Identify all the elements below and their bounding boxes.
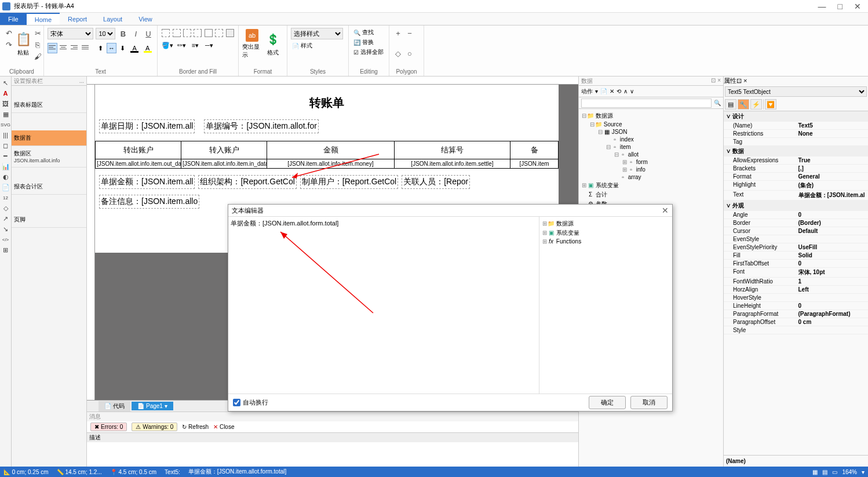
menu-report[interactable]: Report bbox=[60, 13, 95, 25]
dialog-ok-button[interactable]: 确定 bbox=[589, 396, 626, 409]
poly-add-button[interactable]: + bbox=[393, 28, 403, 38]
data-panel-pin-icon[interactable]: ⊡ × bbox=[711, 77, 721, 85]
table-data-row[interactable]: [JSON.item.allot.info.item.out_data.name… bbox=[95, 159, 559, 169]
picture-tool[interactable]: 🖼 bbox=[2, 100, 10, 108]
msg-close-button[interactable]: ✕ Close bbox=[213, 424, 234, 430]
tab-page1[interactable]: 📄 Page1 ▾ bbox=[132, 402, 173, 410]
barcode-tool[interactable]: ||| bbox=[2, 131, 10, 139]
highlight-button[interactable]: ab 突出显示 bbox=[242, 28, 262, 60]
data-tool-up[interactable]: ∧ bbox=[623, 88, 628, 94]
view-mode-1[interactable]: ▦ bbox=[812, 469, 818, 475]
bold-button[interactable]: B bbox=[118, 28, 128, 39]
brush-button[interactable]: 🖌 bbox=[32, 51, 43, 61]
search-icon[interactable]: 🔍 bbox=[714, 100, 721, 106]
highlight-color-button[interactable]: A bbox=[141, 43, 154, 53]
props-tab-4[interactable]: 🔽 bbox=[765, 99, 776, 110]
zoom-label[interactable]: 164% bbox=[842, 469, 857, 475]
data-tool-3[interactable]: ⟲ bbox=[617, 88, 621, 94]
dialog-editor[interactable]: 单据金额：[JSON.item.allot.form.total] bbox=[228, 217, 539, 394]
remark-field[interactable]: 备注信息：[JSON.item.allo bbox=[100, 195, 199, 208]
redo-button[interactable]: ↷ bbox=[3, 39, 14, 50]
line-style-button[interactable]: ─▾ bbox=[203, 40, 216, 50]
map-tool[interactable]: ⊞ bbox=[2, 246, 10, 254]
page-tool[interactable]: 📄 bbox=[2, 183, 10, 191]
more-tool-3[interactable]: ↘ bbox=[2, 225, 10, 233]
format-button[interactable]: 💲 格式 bbox=[263, 28, 283, 60]
band-report-footer[interactable]: 报表合计区 bbox=[12, 179, 86, 195]
props-panel-pin-icon[interactable]: ⊡ × bbox=[736, 77, 747, 84]
band-data[interactable]: 数据区JSON.item.allot.info bbox=[12, 146, 86, 168]
dialog-cancel-button[interactable]: 取消 bbox=[630, 396, 668, 409]
ruler-tool[interactable]: ━ bbox=[2, 152, 10, 160]
user-field[interactable]: 制单用户：[Report.GetCol bbox=[301, 176, 397, 188]
fill-color-button[interactable]: 🪣▾ bbox=[161, 40, 174, 50]
org-field[interactable]: 组织架构：[Report.GetCol bbox=[199, 176, 296, 188]
related-field[interactable]: 关联人员：[Repor bbox=[402, 176, 469, 188]
shape-tool[interactable]: ◻ bbox=[2, 141, 10, 150]
align-justify-button[interactable] bbox=[81, 43, 90, 53]
data-search-input[interactable] bbox=[581, 99, 712, 108]
font-name-select[interactable]: 宋体 bbox=[48, 28, 93, 39]
underline-button[interactable]: U bbox=[143, 28, 154, 39]
gauge-tool[interactable]: ◐ bbox=[2, 173, 10, 181]
zoom-dropdown-icon[interactable]: ▾ bbox=[862, 469, 865, 475]
style-button[interactable]: 📄 样式 bbox=[291, 41, 345, 50]
table-header[interactable]: 转出账户 转入账户 金额 结算号 备 bbox=[95, 141, 559, 159]
props-tab-3[interactable]: ⚡ bbox=[750, 99, 762, 110]
valign-bottom-button[interactable]: ⬇ bbox=[118, 43, 127, 53]
poly-edit-button[interactable]: ◇ bbox=[393, 48, 403, 59]
dialog-tree[interactable]: ⊞📁 数据源 ⊞▣ 系统变量 ⊞fx Functions bbox=[539, 217, 672, 394]
valign-middle-button[interactable]: ↔ bbox=[107, 43, 116, 53]
paste-button[interactable]: 📋 粘贴 bbox=[15, 28, 31, 60]
refresh-button[interactable]: ↻ Refresh bbox=[182, 424, 209, 430]
data-tool-2[interactable]: ✕ bbox=[610, 88, 614, 94]
border-bottom-button[interactable] bbox=[172, 28, 181, 38]
poly-close-button[interactable]: ○ bbox=[404, 48, 415, 59]
style-select[interactable]: 选择样式 bbox=[291, 28, 343, 39]
dialog-close-button[interactable]: ✕ bbox=[662, 206, 669, 215]
menu-view[interactable]: View bbox=[130, 13, 161, 25]
props-tab-events[interactable]: 🔧 bbox=[738, 99, 749, 110]
props-tab-categorized[interactable]: ▤ bbox=[725, 99, 736, 110]
autowrap-checkbox[interactable]: 自动换行 bbox=[233, 398, 268, 407]
align-right-button[interactable] bbox=[70, 43, 79, 53]
warnings-button[interactable]: ⚠ Warnings: 0 bbox=[132, 423, 177, 431]
border-right-button[interactable] bbox=[193, 28, 202, 38]
italic-button[interactable]: I bbox=[130, 28, 141, 39]
props-grid[interactable]: ∨ 设计 (Name)Text5 RestrictionsNone Tag ∨ … bbox=[724, 111, 868, 455]
view-mode-3[interactable]: ▭ bbox=[832, 469, 837, 475]
chart-tool[interactable]: 📊 bbox=[2, 162, 10, 170]
svg-tool[interactable]: SVG bbox=[2, 121, 10, 129]
find-button[interactable]: 🔍 查找 bbox=[352, 28, 385, 37]
selectall-button[interactable]: ☑ 选择全部 bbox=[352, 48, 385, 57]
poly-del-button[interactable]: − bbox=[404, 28, 415, 38]
border-more-button[interactable] bbox=[225, 28, 235, 38]
line-width-button[interactable]: ≡▾ bbox=[189, 40, 202, 50]
date-field[interactable]: 单据日期：[JSON.item.all bbox=[100, 120, 194, 133]
band-data-header[interactable]: 数据首 bbox=[12, 130, 86, 146]
view-mode-2[interactable]: ▤ bbox=[822, 469, 827, 475]
band-report-title[interactable]: 报表标题区 bbox=[12, 97, 86, 113]
data-tool-down[interactable]: ∨ bbox=[630, 88, 634, 94]
undo-button[interactable]: ↶ bbox=[3, 28, 14, 38]
more-tool-2[interactable]: ↗ bbox=[2, 214, 10, 223]
border-left-button[interactable] bbox=[183, 28, 192, 38]
html-tool[interactable]: </> bbox=[2, 235, 10, 243]
border-none-button[interactable] bbox=[214, 28, 224, 38]
docno-field[interactable]: 单据编号：[JSON.item.allot.for bbox=[205, 120, 318, 133]
border-all-button[interactable] bbox=[204, 28, 213, 38]
table-tool[interactable]: ▦ bbox=[2, 110, 10, 118]
text-tool[interactable]: A bbox=[2, 89, 10, 97]
valign-top-button[interactable]: ⬆ bbox=[96, 43, 105, 53]
errors-button[interactable]: ✖ Errors: 0 bbox=[90, 423, 127, 431]
menu-file[interactable]: File bbox=[0, 13, 27, 25]
menu-layout[interactable]: Layout bbox=[95, 13, 130, 25]
text-color-button[interactable]: A bbox=[129, 43, 141, 53]
align-center-button[interactable] bbox=[59, 43, 68, 53]
data-tool-1[interactable]: 📄 bbox=[600, 88, 607, 94]
border-top-button[interactable] bbox=[161, 28, 170, 38]
font-size-select[interactable]: 10 bbox=[96, 28, 115, 39]
report-title-text[interactable]: 转账单 bbox=[95, 85, 559, 116]
more-tool-1[interactable]: ◇ bbox=[2, 204, 10, 212]
minimize-button[interactable]: — bbox=[818, 2, 826, 11]
